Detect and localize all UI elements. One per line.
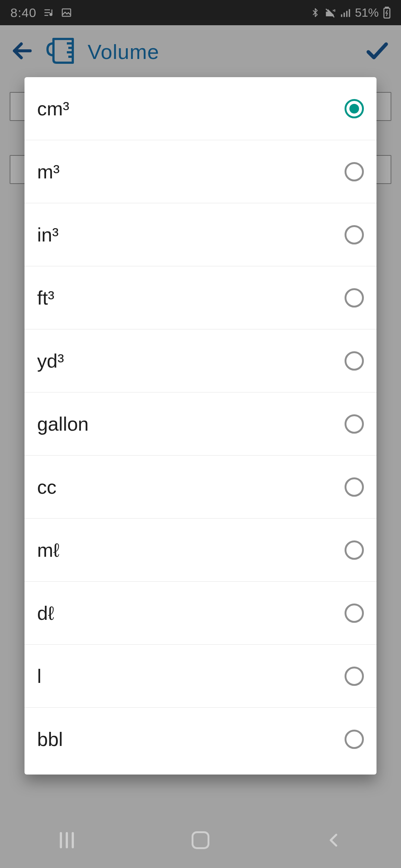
unit-option-label: cc bbox=[37, 476, 56, 498]
radio-icon bbox=[345, 162, 364, 181]
unit-list[interactable]: cm³m³in³ft³yd³gallonccmℓdℓlbbl bbox=[25, 77, 376, 775]
unit-option-label: in³ bbox=[37, 224, 59, 246]
radio-icon bbox=[345, 477, 364, 497]
unit-option[interactable]: cc bbox=[25, 456, 376, 519]
unit-option-label: gallon bbox=[37, 413, 89, 435]
radio-icon bbox=[345, 99, 364, 118]
unit-option[interactable]: cm³ bbox=[25, 77, 376, 140]
unit-option[interactable]: ft³ bbox=[25, 266, 376, 329]
unit-option-label: m³ bbox=[37, 161, 60, 183]
unit-option-label: dℓ bbox=[37, 602, 54, 624]
radio-icon bbox=[345, 730, 364, 749]
unit-option-label: yd³ bbox=[37, 350, 64, 372]
radio-icon bbox=[345, 604, 364, 623]
radio-icon bbox=[345, 288, 364, 308]
unit-option[interactable]: mℓ bbox=[25, 519, 376, 582]
unit-option[interactable]: l bbox=[25, 645, 376, 708]
unit-option-label: ft³ bbox=[37, 287, 54, 309]
home-button[interactable] bbox=[167, 825, 234, 855]
unit-option[interactable]: dℓ bbox=[25, 582, 376, 645]
unit-selection-dialog: cm³m³in³ft³yd³gallonccmℓdℓlbbl bbox=[25, 77, 376, 775]
unit-option-label: cm³ bbox=[37, 98, 69, 120]
system-nav-bar bbox=[0, 812, 401, 868]
unit-option[interactable]: bbl bbox=[25, 708, 376, 771]
radio-icon bbox=[345, 351, 364, 371]
radio-icon bbox=[345, 540, 364, 560]
radio-icon bbox=[345, 225, 364, 244]
back-button[interactable] bbox=[301, 825, 368, 855]
radio-icon bbox=[345, 667, 364, 686]
unit-option-label: bbl bbox=[37, 728, 63, 750]
recents-button[interactable] bbox=[33, 825, 100, 855]
unit-option[interactable]: yd³ bbox=[25, 329, 376, 392]
unit-option[interactable]: in³ bbox=[25, 203, 376, 266]
unit-option[interactable]: m³ bbox=[25, 140, 376, 203]
unit-option-label: mℓ bbox=[37, 539, 59, 561]
unit-option[interactable]: gallon bbox=[25, 392, 376, 456]
unit-option-label: l bbox=[37, 665, 42, 687]
radio-icon bbox=[345, 414, 364, 434]
